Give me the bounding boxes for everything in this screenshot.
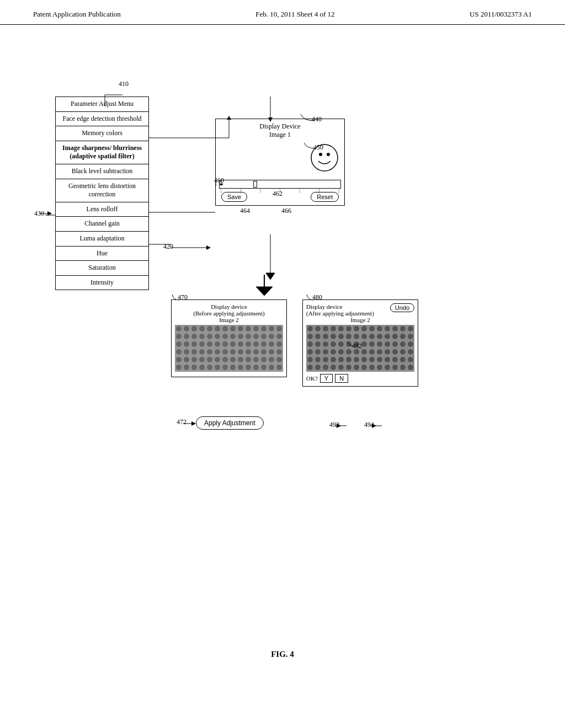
display-device-before: Display device (Before applying adjustme…	[171, 299, 287, 377]
svg-marker-17	[219, 184, 223, 186]
svg-marker-31	[337, 424, 341, 428]
arrow-482	[347, 340, 354, 347]
down-arrow-large	[250, 275, 278, 299]
diagram-area: 410 Parameter Adjust Menu Face edge dete…	[0, 25, 565, 676]
label-462: 462	[273, 190, 282, 198]
header-right: US 2011/0032373 A1	[470, 10, 532, 19]
arrow-430	[40, 210, 56, 217]
arrow-450	[302, 142, 316, 149]
fig-label: FIG. 4	[271, 650, 294, 659]
param-menu-box: Parameter Adjust Menu Face edge detectio…	[55, 97, 149, 290]
display-after-image-label: Image 2	[306, 317, 414, 323]
before-image	[175, 325, 283, 372]
param-item-4: Black level subtraction	[56, 164, 148, 179]
save-button[interactable]: Save	[221, 192, 247, 202]
svg-marker-19	[206, 245, 211, 250]
svg-marker-33	[372, 424, 376, 428]
display-before-subtitle: (Before applying adjustment)	[175, 310, 283, 317]
ok-label: OK?	[306, 375, 318, 382]
label-410: 410	[119, 80, 129, 88]
page-header: Patent Application Publication Feb. 10, …	[0, 0, 565, 25]
param-item-11: Intensity	[56, 276, 148, 290]
display-after-title: Display device (After applying adjustmen…	[306, 303, 374, 317]
svg-point-15	[327, 153, 330, 156]
param-item-8: Luma adaptation	[56, 232, 148, 247]
ok-row: OK? Y N	[306, 374, 414, 383]
display-device-top-subtitle: Image 1	[219, 131, 341, 139]
apply-adjustment-container: Apply Adjustment	[196, 416, 264, 430]
undo-button[interactable]: Undo	[390, 303, 414, 312]
display-before-title: Display device	[175, 303, 283, 310]
slider-row: ↓ |||||||	[219, 180, 341, 189]
display-before-image-label: Image 2	[175, 317, 283, 323]
param-item-2: Memory colors	[56, 126, 148, 141]
arrow-472	[183, 421, 199, 426]
svg-marker-12	[47, 211, 52, 216]
svg-marker-26	[191, 421, 196, 426]
param-item-1: Face edge detection threshold	[56, 112, 148, 127]
svg-rect-24	[175, 325, 283, 372]
param-item-9: Hue	[56, 247, 148, 261]
arrow-down-large-svg	[250, 275, 278, 297]
label-466: 466	[281, 207, 291, 215]
before-pattern	[175, 325, 283, 372]
y-button[interactable]: Y	[320, 374, 333, 383]
arrow-420	[171, 244, 215, 251]
arrow-492	[335, 423, 351, 429]
arrow-440	[298, 113, 317, 122]
arrow-494	[371, 423, 386, 429]
param-menu-title: Parameter Adjust Menu	[56, 97, 148, 112]
label-464: 464	[240, 207, 250, 215]
param-item-6: Lens rolloff	[56, 202, 148, 217]
after-header: Display device (After applying adjustmen…	[306, 303, 414, 317]
apply-adjustment-button[interactable]: Apply Adjustment	[196, 416, 264, 430]
param-item-7: Channel gain	[56, 217, 148, 232]
svg-point-14	[319, 153, 322, 156]
param-item-10: Saturation	[56, 261, 148, 276]
n-button[interactable]: N	[335, 374, 348, 383]
param-item-5: Geometric lens distortion correction	[56, 179, 148, 202]
display-device-top-title: Display Device	[219, 122, 341, 131]
header-center: Feb. 10, 2011 Sheet 4 of 12	[255, 10, 334, 19]
header-left: Patent Application Publication	[33, 10, 121, 19]
svg-marker-21	[256, 287, 273, 296]
arrow-460	[218, 179, 224, 186]
reset-button[interactable]: Reset	[311, 192, 339, 202]
param-item-3: Image sharpness/ blurriness (adaptive sp…	[56, 141, 148, 164]
